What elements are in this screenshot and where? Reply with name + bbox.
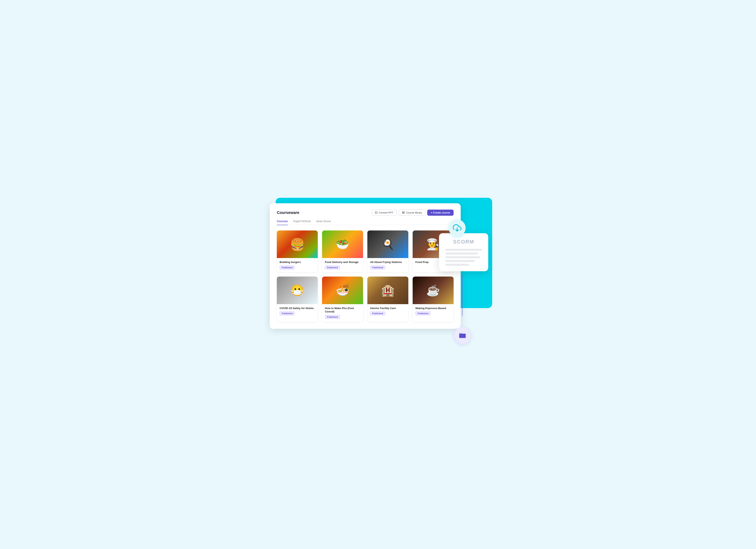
course-thumbnail-8 (413, 277, 454, 304)
course-card-food-delivery[interactable]: Food Delivery and Storage Published (322, 230, 363, 272)
app-title: Courseware (277, 210, 299, 215)
scorm-line-1 (445, 249, 482, 251)
course-info-1: Building burgers Published (277, 258, 318, 272)
course-name-5: COVID-19 Safety for Hotels (280, 307, 315, 310)
course-card-frying-stations[interactable]: All About Frying Stations Published (367, 230, 408, 272)
status-badge-6: Published (325, 315, 340, 319)
folder-icon (458, 331, 467, 340)
course-card-interior[interactable]: Interior Facility Care Published (367, 277, 408, 322)
svg-rect-2 (404, 211, 404, 212)
cloud-download-icon (453, 223, 461, 232)
connector-line (462, 274, 462, 316)
tab-rapid-refresh[interactable]: Rapid Refresh (293, 220, 311, 225)
tabs-bar: Courses Rapid Refresh Brain Boost (277, 220, 454, 225)
scorm-line-2 (445, 252, 478, 254)
status-badge-3: Published (370, 265, 385, 269)
svg-rect-3 (402, 213, 403, 213)
scorm-lines (445, 249, 482, 266)
course-info-8: Making Espresso-Based Published (413, 304, 454, 318)
convert-ppt-button[interactable]: Convert PPT (372, 209, 397, 216)
course-card-building-burgers[interactable]: Building burgers Published (277, 230, 318, 272)
course-info-7: Interior Facility Care Published (367, 304, 408, 318)
folder-circle[interactable] (454, 327, 471, 344)
status-badge-5: Published (280, 312, 295, 316)
course-name-1: Building burgers (280, 260, 315, 264)
create-course-button[interactable]: + Create course (427, 209, 454, 216)
scorm-title: SCORM (445, 239, 482, 245)
main-card: Courseware Convert PPT C (270, 203, 461, 329)
course-card-espresso[interactable]: Making Espresso-Based Published (413, 277, 454, 322)
course-info-5: COVID-19 Safety for Hotels Published (277, 304, 318, 318)
course-grid: Building burgers Published Food Delivery… (277, 230, 454, 322)
course-thumbnail-5 (277, 277, 318, 304)
header-actions: Convert PPT Course library + Create cour… (372, 209, 454, 216)
course-library-button[interactable]: Course library (399, 209, 425, 216)
course-name-7: Interior Facility Care (370, 307, 406, 310)
course-name-3: All About Frying Stations (370, 260, 406, 264)
tab-brain-boost[interactable]: Brain Boost (317, 220, 331, 225)
header-row: Courseware Convert PPT C (277, 209, 454, 216)
ppt-icon (375, 211, 378, 214)
scorm-line-4 (445, 260, 475, 262)
course-card-covid[interactable]: COVID-19 Safety for Hotels Published (277, 277, 318, 322)
upload-circle[interactable] (449, 219, 466, 236)
scene: Courseware Convert PPT C (270, 198, 486, 352)
scorm-line-3 (445, 256, 480, 258)
course-thumbnail-2 (322, 230, 363, 258)
course-info-2: Food Delivery and Storage Published (322, 258, 363, 272)
course-thumbnail-6 (322, 277, 363, 304)
status-badge-8: Published (415, 312, 431, 316)
library-icon (402, 211, 405, 214)
scorm-card: SCORM (439, 233, 488, 271)
course-card-pho[interactable]: How to Make Pho (Fast Casual) Published (322, 277, 363, 322)
svg-rect-1 (402, 211, 403, 212)
course-name-8: Making Espresso-Based (415, 307, 451, 310)
status-badge-1: Published (280, 265, 295, 269)
course-name-2: Food Delivery and Storage (325, 260, 360, 264)
status-badge-7: Published (370, 312, 385, 316)
course-info-3: All About Frying Stations Published (367, 258, 408, 272)
tab-courses[interactable]: Courses (277, 220, 288, 225)
course-thumbnail-1 (277, 230, 318, 258)
course-info-6: How to Make Pho (Fast Casual) Published (322, 304, 363, 322)
scorm-line-5 (445, 264, 469, 266)
status-badge-2: Published (325, 265, 340, 269)
course-name-6: How to Make Pho (Fast Casual) (325, 307, 360, 314)
course-thumbnail-7 (367, 277, 408, 304)
course-thumbnail-3 (367, 230, 408, 258)
svg-rect-4 (404, 213, 404, 213)
